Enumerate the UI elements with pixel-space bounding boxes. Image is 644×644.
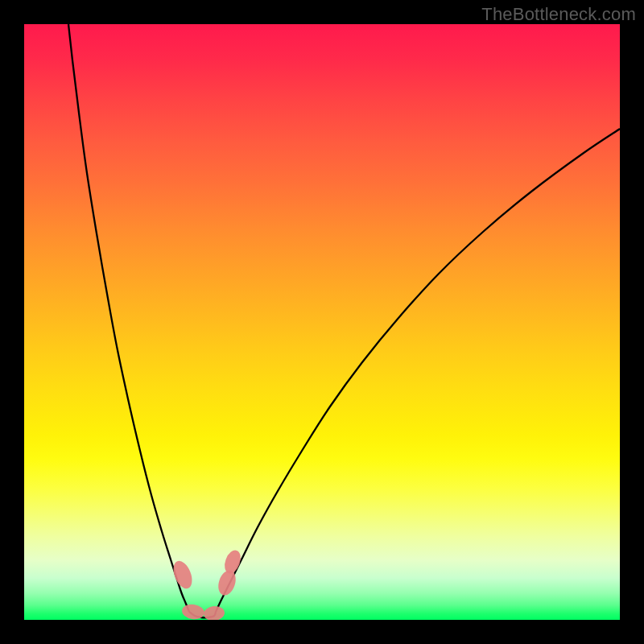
left-curve — [68, 24, 189, 612]
left-marker — [170, 559, 196, 592]
bottom-mid-marker — [203, 605, 225, 620]
chart-svg — [24, 24, 620, 620]
plot-area — [24, 24, 620, 620]
right-curve — [216, 129, 620, 612]
markers-group — [170, 548, 244, 620]
watermark-text: TheBottleneck.com — [481, 4, 636, 25]
chart-container: TheBottleneck.com — [0, 0, 644, 644]
